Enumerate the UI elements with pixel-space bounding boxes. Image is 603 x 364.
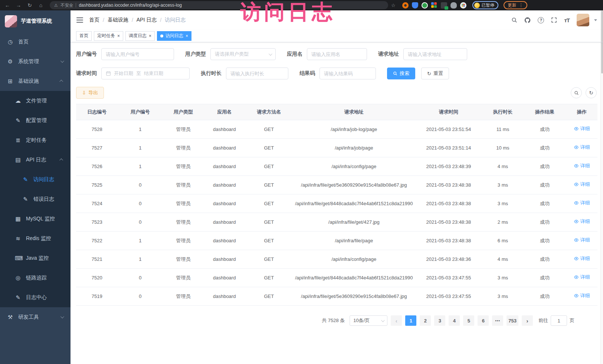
- sidebar-item-infra[interactable]: ⊞ 基础设施: [0, 71, 71, 91]
- breadcrumb-separator: /: [132, 17, 133, 23]
- github-icon[interactable]: [524, 17, 531, 23]
- tab-job[interactable]: 定时任务 ×: [94, 31, 123, 41]
- eye-icon: [574, 237, 579, 243]
- browser-back-icon[interactable]: ←: [3, 1, 12, 10]
- tab-home[interactable]: 首页: [76, 31, 92, 41]
- refresh-table-button[interactable]: ↻: [586, 87, 597, 98]
- extension-green-icon[interactable]: [422, 2, 428, 9]
- sidebar-item-java[interactable]: ⌨ Java 监控: [0, 248, 71, 268]
- user-id-input[interactable]: [101, 48, 174, 60]
- close-icon[interactable]: ×: [149, 34, 151, 38]
- sidebar-item-devtools[interactable]: ⚒ 研发工具: [0, 307, 71, 327]
- page-button-1[interactable]: 1: [405, 315, 416, 326]
- extension-gray-icon[interactable]: [450, 2, 457, 9]
- browser-profile-button[interactable]: 已暂停: [472, 1, 499, 9]
- sidebar-item-log-center[interactable]: ✎ 日志中心: [0, 288, 71, 307]
- pagination-total: 共 7528 条: [322, 317, 345, 324]
- user-type-select[interactable]: 请选择用户类型: [210, 48, 276, 60]
- breadcrumb-home[interactable]: 首页: [89, 17, 99, 23]
- prev-page-button[interactable]: ‹: [391, 315, 402, 326]
- address-bar[interactable]: ⚠ 不安全 dashboard.yudao.iocoder.cn/infra/l…: [50, 1, 388, 9]
- cell-result: 成功: [523, 158, 566, 175]
- page-button-3[interactable]: 3: [434, 315, 445, 326]
- page-button-6[interactable]: 6: [478, 315, 489, 326]
- extension-translate-icon[interactable]: [441, 2, 447, 9]
- detail-link[interactable]: 详细: [574, 199, 590, 207]
- table-row: 7525 0 管理员 dashboard GET /api/infra/file…: [76, 176, 597, 194]
- active-dot: [160, 35, 163, 37]
- detail-link[interactable]: 详细: [574, 125, 590, 132]
- user-avatar[interactable]: [577, 14, 589, 26]
- page-scrollbar[interactable]: [600, 10, 603, 364]
- tab-access-log[interactable]: 访问日志 ×: [157, 31, 191, 41]
- app-name-input[interactable]: [307, 48, 367, 60]
- result-code-input[interactable]: [319, 68, 376, 79]
- header-search-icon[interactable]: [511, 17, 517, 23]
- fullscreen-icon[interactable]: [551, 17, 557, 23]
- help-icon[interactable]: ?: [538, 17, 544, 23]
- font-size-icon[interactable]: ᴛT: [564, 17, 570, 23]
- cell-log-id: 7523: [76, 214, 118, 231]
- detail-link[interactable]: 详细: [574, 144, 590, 151]
- sidebar-item-mysql[interactable]: ▦ MySQL 监控: [0, 209, 71, 229]
- close-icon[interactable]: ×: [186, 34, 188, 38]
- page-button-2[interactable]: 2: [420, 315, 431, 326]
- detail-link[interactable]: 详细: [574, 236, 590, 244]
- cell-user-type: 管理员: [163, 195, 204, 212]
- goto-page-input[interactable]: [551, 315, 567, 326]
- cell-url: /api/infra/file/get/8448cada8c7f4e4ab6f1…: [293, 195, 415, 212]
- toggle-search-button[interactable]: [571, 87, 582, 98]
- breadcrumb-infra[interactable]: 基础设施: [108, 17, 128, 23]
- sidebar-item-file[interactable]: ☁ 文件管理: [0, 91, 71, 111]
- breadcrumb-separator: /: [160, 17, 161, 23]
- sidebar-item-api-log[interactable]: ▤ API 日志: [0, 150, 71, 170]
- extension-grid-icon[interactable]: [431, 2, 437, 9]
- sidebar-item-label: 文件管理: [26, 98, 47, 104]
- reset-button[interactable]: ↻ 重置: [421, 68, 449, 79]
- sidebar-item-access-log[interactable]: ✎ 访问日志: [0, 170, 71, 189]
- detail-link[interactable]: 详细: [574, 218, 590, 225]
- detail-link[interactable]: 详细: [574, 273, 590, 281]
- avatar-caret-icon[interactable]: [594, 19, 597, 21]
- search-button[interactable]: 搜索: [387, 68, 415, 79]
- extension-donut-icon[interactable]: [402, 2, 409, 9]
- bookmark-star-icon[interactable]: ☆: [391, 3, 396, 8]
- tools-icon: ⚒: [7, 314, 13, 321]
- detail-link[interactable]: 详细: [574, 255, 590, 262]
- sidebar-item-error-log[interactable]: ✎ 错误日志: [0, 189, 71, 209]
- detail-link[interactable]: 详细: [574, 181, 590, 188]
- detail-link[interactable]: 详细: [574, 162, 590, 170]
- page-url: dashboard.yudao.iocoder.cn/infra/log/api…: [79, 3, 182, 8]
- export-button[interactable]: ⇩ 导出: [76, 87, 104, 99]
- cell-time: 2021-05-03 23:48:38: [415, 177, 482, 194]
- extension-pinwheel-icon[interactable]: [460, 2, 466, 9]
- sidebar-item-home[interactable]: ◷ 首页: [0, 32, 71, 52]
- extension-shield-icon[interactable]: [412, 2, 418, 9]
- duration-input[interactable]: [226, 68, 288, 79]
- browser-home-icon[interactable]: ⌂: [36, 1, 45, 10]
- page-button-4[interactable]: 4: [449, 315, 460, 326]
- sidebar-item-trace[interactable]: ◎ 链路追踪: [0, 268, 71, 288]
- sidebar-item-config[interactable]: ✎ 配置管理: [0, 111, 71, 130]
- page-size-select[interactable]: 10条/页: [350, 315, 387, 326]
- date-separator: 至: [136, 70, 141, 77]
- page-button-753[interactable]: 753: [507, 315, 518, 326]
- database-stack-icon: ≋: [15, 235, 21, 242]
- page-ellipsis[interactable]: •••: [492, 315, 503, 326]
- page-button-5[interactable]: 5: [463, 315, 474, 326]
- sidebar-item-job[interactable]: ≣ 定时任务: [0, 130, 71, 150]
- sidebar-item-system[interactable]: ⚙ 系统管理: [0, 52, 71, 71]
- hamburger-icon[interactable]: [76, 17, 83, 23]
- next-page-button[interactable]: ›: [522, 315, 533, 326]
- browser-menu-icon[interactable]: ⋮: [519, 3, 523, 8]
- tab-job-log[interactable]: 调度日志 ×: [125, 31, 155, 41]
- request-url-input[interactable]: [403, 48, 467, 60]
- detail-link[interactable]: 详细: [574, 292, 590, 299]
- sidebar-item-redis[interactable]: ≋ Redis 监控: [0, 229, 71, 248]
- browser-reload-icon[interactable]: ↻: [25, 1, 34, 10]
- browser-forward-icon[interactable]: →: [14, 1, 23, 10]
- close-icon[interactable]: ×: [117, 34, 120, 38]
- browser-update-button[interactable]: 更新 ⋮: [504, 1, 527, 9]
- request-time-range-picker[interactable]: 开始日期 至 结束日期: [101, 68, 190, 79]
- breadcrumb-api-log[interactable]: API 日志: [137, 17, 157, 23]
